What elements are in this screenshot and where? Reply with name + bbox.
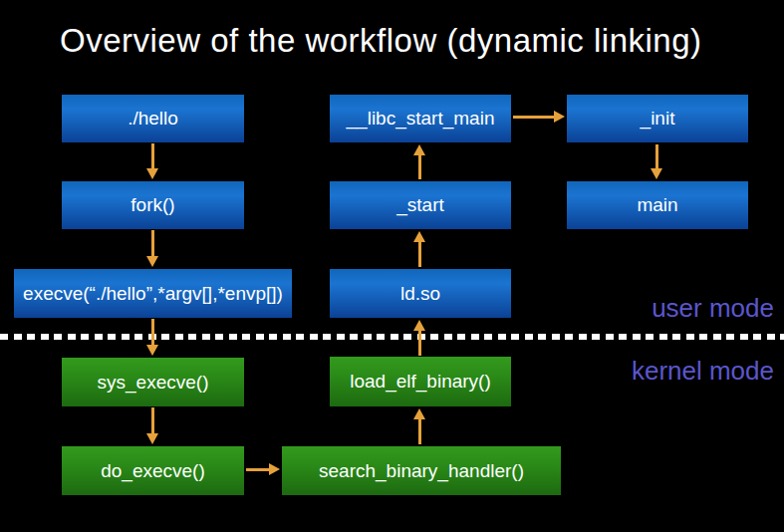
kernel-mode-label: kernel mode	[632, 356, 774, 387]
arrow-load-elf-binary-to-ldso	[418, 320, 421, 356]
arrow-hello-to-fork	[151, 143, 154, 179]
node-hello: ./hello	[62, 95, 244, 142]
arrow-search-binary-handler-to-load-elf-binary	[418, 408, 421, 444]
arrow-execve-to-sys-execve	[151, 319, 154, 356]
node-sys-execve: sys_execve()	[62, 358, 244, 406]
arrow-do-execve-to-search-binary-handler	[246, 468, 280, 471]
slide: Overview of the workflow (dynamic linkin…	[0, 0, 784, 532]
node-main: main	[567, 181, 748, 229]
arrow-ldso-to-start	[418, 231, 421, 267]
node-load-elf-binary: load_elf_binary()	[330, 357, 511, 406]
node-libc-start-main: __libc_start_main	[330, 95, 511, 142]
node-search-binary-handler: search_binary_handler()	[282, 446, 561, 495]
user-mode-label: user mode	[652, 293, 774, 324]
page-title: Overview of the workflow (dynamic linkin…	[60, 22, 702, 60]
arrow-start-to-libc-start-main	[418, 144, 421, 179]
node-init: _init	[567, 95, 748, 142]
node-ldso: ld.so	[330, 269, 511, 318]
arrow-sys-execve-to-do-execve	[151, 407, 154, 444]
node-execve: execve(“./hello”,*argv[],*envp[])	[14, 269, 292, 318]
node-start: _start	[330, 181, 511, 229]
node-fork: fork()	[62, 181, 244, 229]
arrow-libc-start-main-to-init	[513, 116, 565, 119]
user-kernel-divider	[0, 334, 784, 340]
arrow-init-to-main	[655, 144, 658, 179]
node-do-execve: do_execve()	[62, 446, 244, 495]
arrow-fork-to-execve	[151, 230, 154, 267]
